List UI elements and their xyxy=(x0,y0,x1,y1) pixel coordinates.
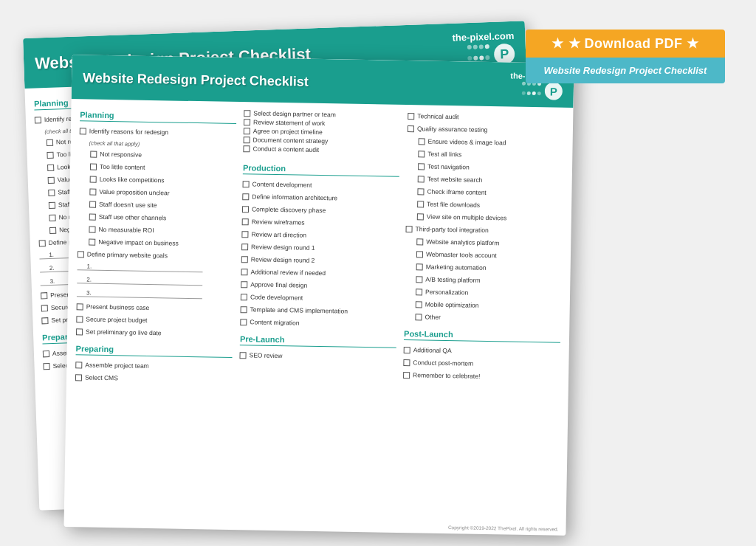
front-item-cms-impl: Template and CMS implementation xyxy=(241,305,397,316)
front-item-looks-comp: Looks like competitions xyxy=(79,175,236,185)
front-preparing-title: Preparing xyxy=(76,344,233,358)
front-item-approve: Approve final design xyxy=(241,280,397,291)
download-badge[interactable]: ★ ★ Download PDF ★ Website Redesign Proj… xyxy=(526,30,725,83)
front-item-value-prop: Value proposition unclear xyxy=(78,187,235,198)
badge-label: ★ Download PDF ★ xyxy=(568,36,699,51)
card-front-body: Planning Identify reasons for redesign (… xyxy=(63,99,573,536)
front-item-test-search: Test website search xyxy=(407,175,563,185)
front-goal-1: 1. xyxy=(78,263,203,272)
front-col-prelaunch: Technical audit Quality assurance testin… xyxy=(400,112,564,532)
front-item-go-live: Set preliminary go live date xyxy=(76,328,233,338)
front-item-art: Review art direction xyxy=(241,230,398,241)
front-prelaunch-title: Pre-Launch xyxy=(240,334,396,348)
front-item-audit: Conduct a content audit xyxy=(243,145,399,155)
front-item-d1: Review design round 1 xyxy=(241,243,398,253)
front-goal-3: 3. xyxy=(77,289,202,299)
front-item-wireframes: Review wireframes xyxy=(242,218,399,228)
front-item-qa: Quality assurance testing xyxy=(408,125,564,135)
front-col-planning: Planning Identify reasons for redesign (… xyxy=(73,106,237,526)
front-item-cms: Select CMS xyxy=(75,373,232,384)
front-item-addl-qa: Additional QA xyxy=(404,346,560,356)
download-badge-bottom: Website Redesign Project Checklist xyxy=(526,58,725,83)
front-item-no-roi: No measurable ROI xyxy=(78,225,234,235)
front-col-production: Select design partner or team Review sta… xyxy=(237,109,401,529)
front-production-title: Production xyxy=(243,163,399,177)
front-item-celebrate: Remember to celebrate! xyxy=(403,371,560,381)
front-item-staff-other: Staff use other channels xyxy=(78,212,235,223)
front-item-third-party: Third-party tool integration xyxy=(406,225,563,235)
front-item-code-dev: Code development xyxy=(241,293,397,303)
front-item-ab: A/B testing platform xyxy=(405,275,561,286)
front-item-test-links: Test all links xyxy=(407,150,563,160)
front-item-test-nav: Test navigation xyxy=(407,162,563,173)
front-item-mobile-opt: Mobile optimization xyxy=(405,300,561,311)
front-item-define-goals: Define primary website goals xyxy=(78,250,234,260)
front-item-seo: SEO review xyxy=(239,351,396,362)
front-item-team: Assemble project team xyxy=(75,361,232,371)
front-item-post-mortem: Conduct post-mortem xyxy=(403,359,560,369)
front-item-budget: Secure project budget xyxy=(76,315,233,325)
front-item-present-biz: Present business case xyxy=(77,303,233,313)
card-back-domain: the-pixel.com xyxy=(452,30,514,44)
front-item-tech-audit: Technical audit xyxy=(408,112,564,122)
front-item-discovery: Complete discovery phase xyxy=(242,205,399,215)
front-item-other: Other xyxy=(404,313,560,323)
front-item-content-dev: Content development xyxy=(243,180,399,190)
front-item-addl-review: Additional review if needed xyxy=(241,268,397,278)
front-item-iframe: Check iframe content xyxy=(406,187,563,198)
front-item-webmaster: Webmaster tools account xyxy=(405,250,562,260)
card-front-title: Website Redesign Project Checklist xyxy=(83,70,309,89)
front-copyright: Copyright ©2019-2022 ThePixel. All right… xyxy=(448,525,559,532)
front-item-d2: Review design round 2 xyxy=(241,255,398,266)
front-item-not-responsive: Not responsive xyxy=(79,150,236,160)
front-item-info-arch: Define information architecture xyxy=(242,193,399,203)
scene: Website Redesign Project Checklist the-p… xyxy=(24,15,732,531)
badge-star-left: ★ xyxy=(551,36,568,51)
front-item-neg-impact: Negative impact on business xyxy=(78,238,234,248)
card-front: Website Redesign Project Checklist the-p… xyxy=(63,55,574,536)
front-item-personal: Personalization xyxy=(405,288,561,298)
front-item-view-multiple: View site on multiple devices xyxy=(406,212,563,223)
front-item-migration: Content migration xyxy=(240,318,396,328)
front-item-identify: Identify reasons for redesign xyxy=(80,127,236,137)
download-badge-top[interactable]: ★ ★ Download PDF ★ xyxy=(526,30,725,58)
front-preparing-cont: Select design partner or team Review sta… xyxy=(243,109,400,156)
front-item-analytics: Website analytics platform xyxy=(405,238,562,248)
front-item-mktg-auto: Marketing automation xyxy=(405,263,562,273)
front-item-file-dl: Test file downloads xyxy=(406,200,563,210)
front-note-check-all: (check all that apply) xyxy=(79,139,236,149)
front-item-ensure-vids: Ensure videos & image load xyxy=(408,137,564,148)
front-item-staff-no-use: Staff doesn't use site xyxy=(78,200,235,210)
front-planning-title: Planning xyxy=(80,110,236,124)
front-item-too-little: Too little content xyxy=(79,162,236,173)
front-postlaunch-title: Post-Launch xyxy=(404,329,560,343)
front-goal-2: 2. xyxy=(77,276,202,286)
